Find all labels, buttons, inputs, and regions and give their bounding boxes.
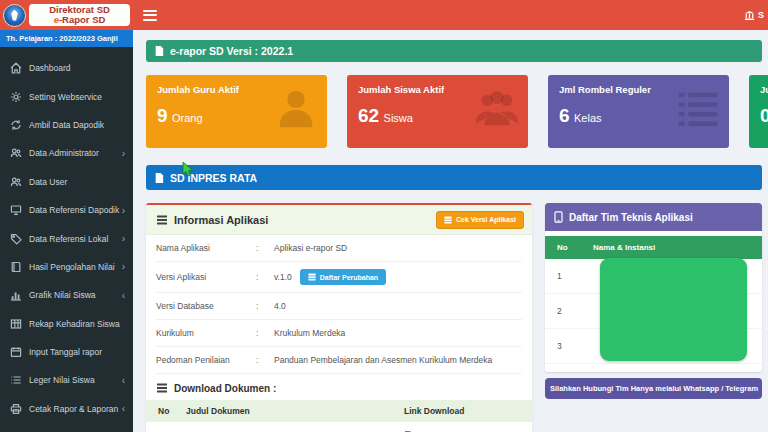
list-icon — [10, 374, 22, 386]
people-group-icon — [474, 85, 520, 131]
hamburger-menu-icon[interactable] — [143, 10, 157, 21]
sidebar-item-grafik-nilai-siswa[interactable]: Grafik Nilai Siswa ‹ — [0, 281, 133, 309]
info-separator: : — [256, 328, 274, 338]
sidebar-item-label: Rekap Kehadiran Siswa — [29, 319, 125, 329]
school-account[interactable]: S — [744, 10, 764, 21]
document-icon — [154, 172, 164, 184]
version-banner: e-rapor SD Versi : 2022.1 — [146, 40, 762, 62]
info-value: Panduan Pembelajaran dan Asesmen Kurikul… — [274, 355, 492, 365]
kemdikbud-logo-icon — [3, 4, 26, 27]
chart-icon — [10, 289, 22, 301]
chevron-icon: › — [122, 261, 125, 272]
stat-card-value: 6 — [559, 105, 570, 126]
brand-line2-rest: -Rapor SD — [59, 14, 105, 25]
brand-line2: e-Rapor SD — [34, 15, 125, 25]
top-header-bar: S — [133, 0, 768, 30]
sidebar-item-data-referensi-lokal[interactable]: Data Referensi Lokal › — [0, 224, 133, 252]
column-header-link: Link Download — [396, 400, 532, 422]
stat-card-guru[interactable]: Jumlah Guru Aktif 9 Orang — [146, 75, 327, 148]
info-value: 4.0 — [274, 301, 286, 311]
privacy-redaction-overlay — [600, 258, 747, 361]
sidebar-item-label: Ambil Data Dapodik — [29, 120, 125, 130]
chevron-icon: › — [122, 233, 125, 244]
version-banner-text: e-rapor SD Versi : 2022.1 — [170, 45, 293, 57]
sidebar-item-ambil-data-dapodik[interactable]: Ambil Data Dapodik — [0, 111, 133, 139]
list-icon — [156, 382, 168, 394]
chevron-icon: ‹ — [122, 403, 125, 414]
stat-card-value: 9 — [157, 105, 168, 126]
table-icon — [444, 216, 452, 224]
download-section-title-wrap: Download Dokumen : — [146, 374, 532, 400]
list-icon — [308, 273, 316, 281]
table-icon — [10, 318, 22, 330]
school-name-text: S — [758, 10, 764, 20]
stat-card-siswa[interactable]: Jumlah Siswa Aktif 62 Siswa — [347, 75, 528, 148]
gear-icon — [10, 91, 22, 103]
sidebar-item-kirim-nilai-ke-dapodik[interactable]: Kirim Nilai ke Dapodik — [0, 423, 133, 432]
sidebar-item-leger-nilai-siswa[interactable]: Leger Nilai Siswa ‹ — [0, 366, 133, 394]
info-panel-title: Informasi Aplikasi — [174, 214, 268, 226]
info-row-nama-aplikasi: Nama Aplikasi : Aplikasi e-rapor SD — [156, 235, 522, 262]
list-icon — [156, 214, 168, 226]
calendar-icon — [10, 346, 22, 358]
building-icon — [744, 10, 755, 21]
info-label: Pedoman Penilaian — [156, 355, 256, 365]
tag-icon — [10, 233, 22, 245]
home-icon — [10, 62, 22, 74]
column-header-no: No — [146, 400, 178, 422]
sidebar-item-input-tanggal-rapor[interactable]: Input Tanggal rapor — [0, 338, 133, 366]
sidebar-item-label: Leger Nilai Siswa — [29, 375, 122, 385]
stat-card-cutoff[interactable]: Ju 0 — [749, 75, 768, 148]
sync-icon — [10, 119, 22, 131]
stat-card-unit: Kelas — [574, 112, 602, 124]
sidebar-item-hasil-pengolahan-nilai[interactable]: Hasil Pengolahan Nilai › — [0, 253, 133, 281]
sidebar-item-label: Setting Webservice — [29, 92, 125, 102]
school-banner: SD INPRES RATA — [146, 165, 762, 190]
sidebar-item-data-user[interactable]: Data User — [0, 168, 133, 196]
sidebar-item-data-referensi-dapodik[interactable]: Data Referensi Dapodik › — [0, 196, 133, 224]
person-icon — [273, 85, 319, 131]
brand-title: Direktorat SD e-Rapor SD — [29, 4, 130, 26]
sidebar-item-label: Hasil Pengolahan Nilai — [29, 262, 122, 272]
daftar-perubahan-label: Daftar Perubahan — [320, 274, 378, 281]
sidebar-item-label: Data User — [29, 177, 125, 187]
info-row-versi-aplikasi: Versi Aplikasi : v.1.0 Daftar Perubahan — [156, 262, 522, 293]
info-row-pedoman-penilaian: Pedoman Penilaian : Panduan Pembelajaran… — [156, 347, 522, 374]
sidebar-item-data-administrator[interactable]: Data Administrator › — [0, 139, 133, 167]
users-icon — [10, 176, 22, 188]
mobile-phone-icon — [554, 211, 563, 223]
sidebar-item-dashboard[interactable]: Dashboard — [0, 54, 133, 82]
school-year-bar: Th. Pelajaran : 2022/2023 Ganjil — [0, 30, 133, 47]
panels-row: Informasi Aplikasi Cek Versi Aplikasi Na… — [146, 203, 768, 432]
team-row-no: 2 — [545, 294, 585, 329]
sidebar-item-cetak-rapor-laporan[interactable]: Cetak Rapor & Laporan ‹ — [0, 395, 133, 423]
download-table-row: 1 Panduan Admin Aplikasi e-rapor Panduan… — [146, 422, 532, 432]
download-section-title: Download Dokumen : — [174, 383, 276, 394]
info-value: Aplikasi e-rapor SD — [274, 243, 347, 253]
download-table-header-row: No Judul Dokumen Link Download — [146, 400, 532, 422]
info-separator: : — [256, 272, 274, 282]
stat-card-value: 62 — [358, 105, 379, 126]
stat-card-value: 0 — [760, 105, 768, 126]
column-header-nama: Nama & Instansi — [585, 236, 762, 259]
stat-cards-row: Jumlah Guru Aktif 9 Orang Jumlah Siswa A… — [146, 75, 768, 148]
sidebar-item-label: Data Referensi Dapodik — [29, 205, 122, 215]
team-table-header-row: No Nama & Instansi — [545, 236, 762, 259]
download-row-judul: Panduan Admin Aplikasi e-rapor — [178, 422, 396, 432]
sidebar-item-label: Input Tanggal rapor — [29, 347, 125, 357]
document-icon — [154, 45, 164, 57]
sidebar-item-rekap-kehadiran-siswa[interactable]: Rekap Kehadiran Siswa — [0, 310, 133, 338]
sidebar-item-label: Dashboard — [29, 63, 125, 73]
sidebar-item-label: Data Referensi Lokal — [29, 234, 122, 244]
sidebar-item-label: Cetak Rapor & Laporan — [29, 404, 122, 414]
sidebar-item-setting-webservice[interactable]: Setting Webservice — [0, 82, 133, 110]
stat-card-unit: Siswa — [384, 112, 413, 124]
cek-versi-button[interactable]: Cek Versi Aplikasi — [436, 211, 524, 229]
download-row-no: 1 — [146, 422, 178, 432]
stat-card-rombel[interactable]: Jml Rombel Reguler 6 Kelas — [548, 75, 729, 148]
daftar-perubahan-button[interactable]: Daftar Perubahan — [300, 269, 386, 285]
info-panel-header: Informasi Aplikasi Cek Versi Aplikasi — [146, 205, 532, 235]
team-row-no: 3 — [545, 329, 585, 364]
list-icon — [675, 85, 721, 131]
info-separator: : — [256, 301, 274, 311]
